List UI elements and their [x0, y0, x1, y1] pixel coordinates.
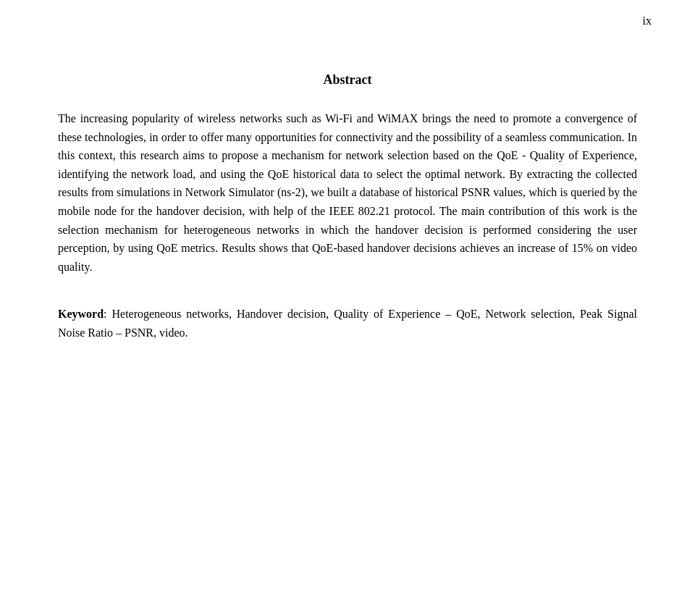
page-number: ix [643, 14, 652, 28]
keyword-colon: : [104, 308, 111, 320]
abstract-title: Abstract [58, 72, 637, 88]
page-container: ix Abstract The increasing popularity of… [0, 0, 695, 616]
keywords-text: Heterogeneous networks, Handover decisio… [58, 308, 637, 339]
abstract-body: The increasing popularity of wireless ne… [58, 109, 637, 276]
keywords-section: Keyword: Heterogeneous networks, Handove… [58, 305, 637, 342]
keyword-label: Keyword [58, 308, 104, 320]
